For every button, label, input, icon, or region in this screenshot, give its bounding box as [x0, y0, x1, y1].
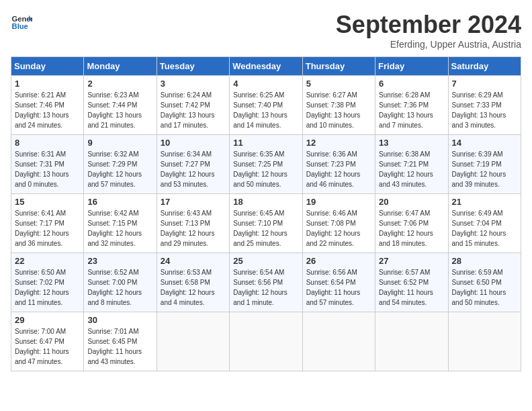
- calendar-cell: 7Sunrise: 6:29 AM Sunset: 7:33 PM Daylig…: [448, 76, 521, 135]
- logo: General Blue: [11, 11, 32, 32]
- month-title: September 2024: [336, 11, 521, 39]
- header-row: Sunday Monday Tuesday Wednesday Thursday…: [11, 57, 521, 76]
- day-number: 1: [15, 79, 80, 89]
- day-number: 29: [15, 315, 80, 325]
- calendar-cell: 10Sunrise: 6:34 AM Sunset: 7:27 PM Dayli…: [157, 135, 229, 194]
- day-number: 4: [233, 79, 298, 89]
- day-number: 23: [87, 256, 152, 266]
- day-number: 6: [379, 79, 444, 89]
- day-info: Sunrise: 6:50 AM Sunset: 7:02 PM Dayligh…: [15, 267, 80, 308]
- day-info: Sunrise: 6:25 AM Sunset: 7:40 PM Dayligh…: [233, 90, 298, 130]
- col-saturday: Saturday: [448, 57, 521, 76]
- day-info: Sunrise: 6:31 AM Sunset: 7:31 PM Dayligh…: [15, 149, 80, 189]
- header: General Blue September 2024 Eferding, Up…: [11, 11, 521, 50]
- calendar-cell: 8Sunrise: 6:31 AM Sunset: 7:31 PM Daylig…: [11, 135, 84, 194]
- col-sunday: Sunday: [11, 57, 84, 76]
- day-number: 16: [87, 197, 152, 207]
- calendar-cell: 13Sunrise: 6:38 AM Sunset: 7:21 PM Dayli…: [375, 135, 448, 194]
- calendar-cell: 29Sunrise: 7:00 AM Sunset: 6:47 PM Dayli…: [11, 312, 84, 371]
- day-info: Sunrise: 6:54 AM Sunset: 6:56 PM Dayligh…: [233, 267, 298, 308]
- col-friday: Friday: [375, 57, 448, 76]
- col-thursday: Thursday: [302, 57, 375, 76]
- calendar-cell: [157, 312, 229, 371]
- calendar-cell: 25Sunrise: 6:54 AM Sunset: 6:56 PM Dayli…: [230, 253, 302, 312]
- day-info: Sunrise: 6:41 AM Sunset: 7:17 PM Dayligh…: [15, 208, 80, 248]
- svg-text:Blue: Blue: [12, 22, 28, 30]
- day-number: 25: [233, 256, 298, 266]
- day-number: 2: [87, 79, 152, 89]
- day-number: 15: [15, 197, 80, 207]
- calendar-cell: 20Sunrise: 6:47 AM Sunset: 7:06 PM Dayli…: [375, 194, 448, 253]
- calendar-cell: 6Sunrise: 6:28 AM Sunset: 7:36 PM Daylig…: [375, 76, 448, 135]
- calendar-cell: [230, 312, 302, 371]
- day-number: 3: [161, 79, 226, 89]
- title-block: September 2024 Eferding, Upper Austria, …: [336, 11, 521, 50]
- day-number: 28: [452, 256, 517, 266]
- logo-icon: General Blue: [11, 11, 32, 32]
- day-info: Sunrise: 6:28 AM Sunset: 7:36 PM Dayligh…: [379, 90, 444, 130]
- location: Eferding, Upper Austria, Austria: [336, 39, 521, 50]
- calendar-cell: 5Sunrise: 6:27 AM Sunset: 7:38 PM Daylig…: [302, 76, 375, 135]
- day-number: 7: [452, 79, 517, 89]
- calendar-cell: 1Sunrise: 6:21 AM Sunset: 7:46 PM Daylig…: [11, 76, 84, 135]
- calendar-cell: 24Sunrise: 6:53 AM Sunset: 6:58 PM Dayli…: [157, 253, 229, 312]
- day-number: 22: [15, 256, 80, 266]
- day-info: Sunrise: 6:56 AM Sunset: 6:54 PM Dayligh…: [306, 267, 371, 308]
- calendar-cell: [302, 312, 375, 371]
- day-number: 8: [15, 138, 80, 148]
- day-info: Sunrise: 6:52 AM Sunset: 7:00 PM Dayligh…: [87, 267, 152, 308]
- day-number: 5: [306, 79, 371, 89]
- day-info: Sunrise: 6:27 AM Sunset: 7:38 PM Dayligh…: [306, 90, 371, 130]
- calendar-cell: 11Sunrise: 6:35 AM Sunset: 7:25 PM Dayli…: [230, 135, 302, 194]
- col-tuesday: Tuesday: [157, 57, 229, 76]
- page: General Blue September 2024 Eferding, Up…: [0, 0, 532, 377]
- day-info: Sunrise: 6:47 AM Sunset: 7:06 PM Dayligh…: [379, 208, 444, 248]
- calendar-cell: 9Sunrise: 6:32 AM Sunset: 7:29 PM Daylig…: [84, 135, 157, 194]
- day-info: Sunrise: 6:32 AM Sunset: 7:29 PM Dayligh…: [87, 149, 152, 189]
- calendar-cell: 23Sunrise: 6:52 AM Sunset: 7:00 PM Dayli…: [84, 253, 157, 312]
- calendar-row: 8Sunrise: 6:31 AM Sunset: 7:31 PM Daylig…: [11, 135, 521, 194]
- calendar-cell: 4Sunrise: 6:25 AM Sunset: 7:40 PM Daylig…: [230, 76, 302, 135]
- day-info: Sunrise: 6:57 AM Sunset: 6:52 PM Dayligh…: [379, 267, 444, 308]
- calendar-row: 1Sunrise: 6:21 AM Sunset: 7:46 PM Daylig…: [11, 76, 521, 135]
- day-info: Sunrise: 6:24 AM Sunset: 7:42 PM Dayligh…: [161, 90, 226, 130]
- day-info: Sunrise: 6:36 AM Sunset: 7:23 PM Dayligh…: [306, 149, 371, 189]
- day-number: 11: [233, 138, 298, 148]
- calendar-cell: 16Sunrise: 6:42 AM Sunset: 7:15 PM Dayli…: [84, 194, 157, 253]
- day-info: Sunrise: 6:38 AM Sunset: 7:21 PM Dayligh…: [379, 149, 444, 189]
- calendar-cell: [375, 312, 448, 371]
- calendar-table: Sunday Monday Tuesday Wednesday Thursday…: [11, 56, 521, 371]
- calendar-row: 15Sunrise: 6:41 AM Sunset: 7:17 PM Dayli…: [11, 194, 521, 253]
- calendar-body: 1Sunrise: 6:21 AM Sunset: 7:46 PM Daylig…: [11, 76, 521, 371]
- day-number: 17: [161, 197, 226, 207]
- calendar-row: 29Sunrise: 7:00 AM Sunset: 6:47 PM Dayli…: [11, 312, 521, 371]
- day-number: 9: [87, 138, 152, 148]
- calendar-cell: 18Sunrise: 6:45 AM Sunset: 7:10 PM Dayli…: [230, 194, 302, 253]
- calendar-cell: 3Sunrise: 6:24 AM Sunset: 7:42 PM Daylig…: [157, 76, 229, 135]
- col-wednesday: Wednesday: [230, 57, 302, 76]
- day-number: 26: [306, 256, 371, 266]
- day-number: 30: [87, 315, 152, 325]
- day-info: Sunrise: 6:43 AM Sunset: 7:13 PM Dayligh…: [161, 208, 226, 248]
- day-info: Sunrise: 6:49 AM Sunset: 7:04 PM Dayligh…: [452, 208, 517, 248]
- calendar-cell: 14Sunrise: 6:39 AM Sunset: 7:19 PM Dayli…: [448, 135, 521, 194]
- day-info: Sunrise: 6:53 AM Sunset: 6:58 PM Dayligh…: [161, 267, 226, 308]
- calendar-cell: 27Sunrise: 6:57 AM Sunset: 6:52 PM Dayli…: [375, 253, 448, 312]
- day-info: Sunrise: 6:34 AM Sunset: 7:27 PM Dayligh…: [161, 149, 226, 189]
- day-info: Sunrise: 6:46 AM Sunset: 7:08 PM Dayligh…: [306, 208, 371, 248]
- day-number: 18: [233, 197, 298, 207]
- day-number: 27: [379, 256, 444, 266]
- day-info: Sunrise: 7:01 AM Sunset: 6:45 PM Dayligh…: [87, 326, 152, 367]
- day-info: Sunrise: 6:21 AM Sunset: 7:46 PM Dayligh…: [15, 90, 80, 130]
- day-info: Sunrise: 6:45 AM Sunset: 7:10 PM Dayligh…: [233, 208, 298, 248]
- day-number: 19: [306, 197, 371, 207]
- calendar-cell: 26Sunrise: 6:56 AM Sunset: 6:54 PM Dayli…: [302, 253, 375, 312]
- calendar-cell: 21Sunrise: 6:49 AM Sunset: 7:04 PM Dayli…: [448, 194, 521, 253]
- calendar-cell: [448, 312, 521, 371]
- day-info: Sunrise: 7:00 AM Sunset: 6:47 PM Dayligh…: [15, 326, 80, 367]
- col-monday: Monday: [84, 57, 157, 76]
- day-number: 20: [379, 197, 444, 207]
- calendar-cell: 17Sunrise: 6:43 AM Sunset: 7:13 PM Dayli…: [157, 194, 229, 253]
- day-info: Sunrise: 6:42 AM Sunset: 7:15 PM Dayligh…: [87, 208, 152, 248]
- day-number: 13: [379, 138, 444, 148]
